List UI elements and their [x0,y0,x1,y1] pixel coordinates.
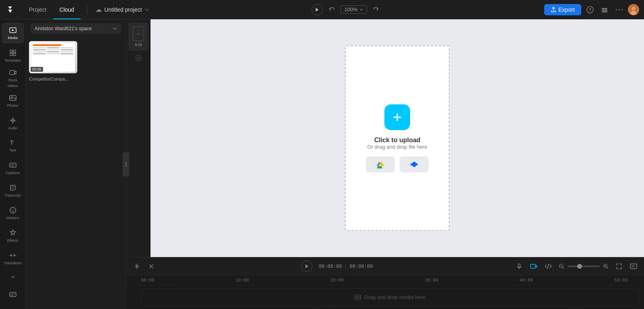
topbar-divider [87,5,87,15]
templates-icon [9,49,17,57]
audio-icon [9,116,17,124]
thumb-cell-6 [33,51,46,52]
thumb-cell-8 [60,51,73,52]
media-item-competitor[interactable]: 00:36 [29,41,77,73]
zoom-in-button[interactable] [601,262,610,271]
timeline-zoom-slider[interactable] [568,265,600,267]
timeline-area: 00:00:00 | 00:00:00 [126,257,644,309]
svg-rect-52 [630,264,637,269]
panel-header: Anniston Ward621's space [26,19,126,38]
sidebar-item-templates[interactable]: Templates [2,45,24,66]
more-options-button[interactable] [613,4,625,15]
sidebar-item-audio[interactable]: Audio [2,113,24,134]
timeline-zoom-controls [557,262,610,271]
help-button[interactable]: ? [584,4,596,15]
logo [5,3,18,16]
webcam-button[interactable] [528,261,539,272]
timeline-ruler: 00:00 10:00 20:00 30:00 40:00 50:00 [126,275,644,285]
project-title-area[interactable]: ☁ Untitled project [95,6,149,13]
layers-button[interactable] [599,4,610,15]
ruler-mark-5: 50:00 [614,278,627,283]
svg-point-28 [11,209,12,210]
add-aspect-button[interactable] [135,55,142,61]
svg-point-20 [12,120,13,121]
embed-button[interactable] [543,261,554,272]
topbar-center-controls: 100% [153,4,541,15]
canvas-frame[interactable]: Click to upload Or drag and drop file he… [345,46,450,231]
delete-button[interactable] [146,261,157,272]
expand-timeline-button[interactable] [613,261,625,272]
effects-icon [9,229,17,237]
sidebar-item-captions[interactable]: Captions [2,158,24,178]
thumb-cell-9 [33,53,46,54]
preview-play-button[interactable] [312,4,323,15]
project-chevron-icon [144,7,149,12]
zoom-out-button[interactable] [557,262,566,271]
space-selector[interactable]: Anniston Ward621's space [31,23,121,34]
sidebar-item-text[interactable]: T Text [2,135,24,156]
sidebar-item-stickers[interactable]: Stickers [2,203,24,224]
panel-collapse-handle[interactable] [123,152,129,176]
sidebar-collapse-button[interactable] [2,270,24,283]
split-button[interactable] [131,261,142,272]
topbar-right-area: Export ? [544,4,639,15]
google-drive-button[interactable] [366,156,395,172]
sidebar-item-subtitles[interactable] [2,283,24,306]
thumb-bar [33,44,61,46]
sidebar-item-transcript[interactable]: Transcript [2,180,24,201]
timeline-ruler-track: 00:00 10:00 20:00 30:00 40:00 50:00 [141,275,639,285]
tab-project[interactable]: Project [23,0,53,19]
ruler-mark-1: 10:00 [235,278,249,283]
svg-text:?: ? [589,8,591,12]
svg-rect-14 [10,53,12,56]
thumb-cell-7 [47,51,60,52]
timeline-zoom-thumb [577,264,582,269]
media-icon [9,26,17,34]
subtitles-button[interactable] [628,261,639,272]
space-chevron-icon [112,26,117,31]
svg-point-10 [631,11,636,15]
audio-label: Audio [8,126,17,130]
sidebar-item-photos[interactable]: Photos [2,90,24,111]
svg-rect-30 [10,292,16,297]
thumb-row-4 [33,53,73,54]
workspace: 9:16 [126,19,644,309]
timeline-drop-zone[interactable]: Drag and drop media here [141,288,639,306]
redo-button[interactable] [370,4,382,15]
svg-line-47 [563,267,564,269]
thumb-cell-dark [47,47,60,48]
sidebar-item-transitions[interactable]: Transitions [2,248,24,269]
user-avatar[interactable] [628,4,639,15]
captions-label: Captions [6,171,20,175]
export-button[interactable]: Export [544,4,581,15]
ruler-mark-0: 00:00 [141,278,154,283]
sidebar-item-effects[interactable]: Effects [2,225,24,246]
timeline-controls: 00:00:00 | 00:00:00 [126,257,644,275]
stickers-label: Stickers [6,216,19,220]
svg-rect-43 [530,264,535,268]
sidebar-item-media[interactable]: Media [2,23,24,44]
thumb-row-3 [33,51,73,52]
space-name: Anniston Ward621's space [35,26,92,31]
stock-videos-icon [9,68,17,77]
timeline-right-controls [514,261,639,272]
svg-point-34 [126,165,127,166]
microphone-button[interactable] [514,261,525,272]
upload-subtitle: Or drag and drop file here [367,144,427,150]
topbar: Project Cloud ☁ Untitled project 100% [0,0,644,19]
sidebar-bottom [2,270,24,306]
zoom-control[interactable]: 100% [341,5,367,14]
svg-rect-13 [13,50,16,52]
sidebar-item-stock-videos[interactable]: Stock videos [2,68,24,89]
timeline-play-button[interactable] [301,261,312,272]
main-layout: Media Templates Stock videos [0,19,644,309]
zoom-chevron-icon [359,8,363,12]
aspect-ratio-portrait[interactable]: 9:16 [128,23,149,51]
upload-plus-button[interactable] [384,104,410,130]
stock-videos-label2: videos [7,84,18,88]
canvas-area: Click to upload Or drag and drop file he… [151,19,644,257]
undo-button[interactable] [326,4,337,15]
dropbox-button[interactable] [400,156,429,172]
tab-cloud[interactable]: Cloud [53,0,81,19]
svg-point-7 [621,9,623,10]
